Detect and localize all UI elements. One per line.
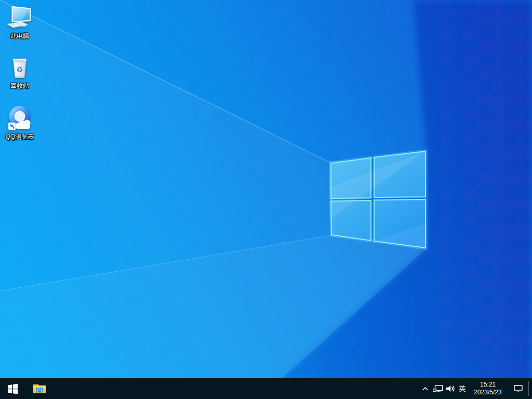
start-button[interactable] xyxy=(0,378,25,399)
taskbar-clock[interactable]: 15:21 2023/5/23 xyxy=(468,378,508,399)
show-desktop-button[interactable] xyxy=(529,378,532,399)
desktop-icon-label-recycle-bin: 回收站 xyxy=(10,82,29,90)
system-tray: 英 15:21 2023/5/23 xyxy=(418,378,532,399)
shortcut-arrow-badge xyxy=(8,123,16,130)
volume-button[interactable] xyxy=(444,378,457,399)
clock-date: 2023/5/23 xyxy=(474,389,501,396)
windows-flag-icon xyxy=(7,383,18,394)
wallpaper xyxy=(0,0,532,399)
desktop-icon-recycle-bin[interactable]: ♻ 回收站 xyxy=(0,52,39,90)
windows-desktop: 此电脑 ♻ 回收站 xyxy=(0,0,532,399)
network-status-button[interactable] xyxy=(432,378,444,399)
recycle-symbol: ♻ xyxy=(16,65,23,74)
desktop-icon-qq-browser[interactable]: QQ浏览器 xyxy=(0,102,39,141)
qq-browser-icon xyxy=(5,103,34,132)
chevron-up-icon xyxy=(422,387,429,391)
desktop-icon-label-qq-browser: QQ浏览器 xyxy=(6,133,34,141)
desktop-icon-this-pc[interactable]: 此电脑 xyxy=(0,2,39,41)
taskbar: 英 15:21 2023/5/23 xyxy=(0,378,532,399)
clock-time: 15:21 xyxy=(480,381,496,389)
notification-bubble-icon xyxy=(513,384,523,393)
ime-label: 英 xyxy=(459,384,466,393)
show-hidden-icons-button[interactable] xyxy=(418,378,432,399)
speaker-volume-icon xyxy=(446,385,456,392)
ime-language-indicator[interactable]: 英 xyxy=(457,378,468,399)
desktop-icon-label-this-pc: 此电脑 xyxy=(10,32,29,40)
action-center-button[interactable] xyxy=(508,378,528,399)
recycle-bin-icon: ♻ xyxy=(6,54,33,82)
this-pc-icon xyxy=(6,4,34,32)
file-explorer-icon xyxy=(33,383,46,394)
taskbar-item-file-explorer[interactable] xyxy=(27,378,52,399)
ethernet-network-icon xyxy=(433,385,443,393)
